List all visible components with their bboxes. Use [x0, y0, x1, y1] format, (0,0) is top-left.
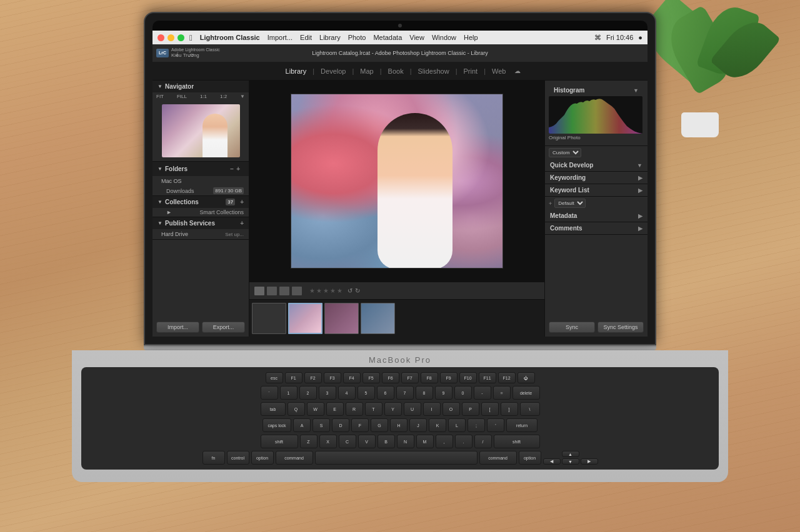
navigator-header[interactable]: ▼ Navigator	[152, 81, 249, 92]
key-f1[interactable]: F1	[285, 372, 302, 383]
maximize-button[interactable]	[178, 34, 184, 41]
smart-collections-item[interactable]: ► Smart Collections	[152, 208, 249, 217]
sync-settings-button[interactable]: Sync Settings	[598, 322, 644, 333]
filmstrip-thumb-3[interactable]	[324, 303, 359, 334]
module-library[interactable]: Library	[279, 62, 313, 80]
compare-view-btn[interactable]	[279, 287, 289, 295]
key-power[interactable]: ⏻	[518, 372, 535, 383]
zoom-fill[interactable]: FILL	[177, 94, 187, 99]
key-caps[interactable]: caps lock	[262, 418, 291, 432]
star-1[interactable]: ★	[309, 287, 315, 294]
module-map[interactable]: Map	[354, 62, 379, 80]
grid-view-btn[interactable]	[254, 287, 264, 295]
module-book[interactable]: Book	[382, 62, 410, 80]
keyword-list-header[interactable]: Keyword List ▶	[545, 184, 648, 196]
key-1[interactable]: 1	[280, 386, 298, 400]
file-menu[interactable]: Import...	[268, 34, 292, 41]
apple-menu-icon[interactable]: 	[189, 33, 192, 42]
folder-downloads[interactable]: Downloads 891 / 30 GB	[152, 186, 249, 195]
key-n[interactable]: N	[397, 435, 414, 448]
key-backtick[interactable]: `	[261, 386, 278, 400]
key-a[interactable]: A	[293, 418, 311, 432]
key-period[interactable]: .	[455, 435, 472, 448]
key-h[interactable]: H	[390, 418, 408, 432]
library-menu[interactable]: Library	[319, 34, 341, 41]
key-f10[interactable]: F10	[459, 372, 477, 383]
collections-header[interactable]: ▼ Collections 37 +	[152, 196, 249, 208]
view-menu[interactable]: View	[409, 34, 424, 41]
key-x[interactable]: X	[319, 435, 337, 448]
edit-menu[interactable]: Edit	[300, 34, 312, 41]
key-f8[interactable]: F8	[421, 372, 438, 383]
rotate-right-icon[interactable]: ↻	[355, 287, 360, 294]
key-s[interactable]: S	[312, 418, 330, 432]
key-j[interactable]: J	[409, 418, 427, 432]
filmstrip-thumb-2[interactable]	[288, 303, 322, 334]
key-m[interactable]: M	[416, 435, 434, 448]
zoom-1-1[interactable]: 1:1	[200, 94, 207, 99]
key-l[interactable]: L	[448, 418, 466, 432]
key-f3[interactable]: F3	[324, 372, 341, 383]
key-t[interactable]: T	[365, 402, 382, 416]
photo-menu[interactable]: Photo	[348, 34, 366, 41]
close-button[interactable]	[158, 34, 164, 41]
star-3[interactable]: ★	[323, 287, 329, 294]
help-menu[interactable]: Help	[464, 34, 478, 41]
hard-drive-item[interactable]: Hard Drive Set up...	[152, 229, 249, 239]
key-command-right[interactable]: command	[479, 451, 517, 465]
keywording-header[interactable]: Keywording ▶	[545, 172, 648, 184]
key-command-left[interactable]: command	[276, 451, 313, 465]
key-backslash[interactable]: \	[520, 402, 540, 416]
key-f5[interactable]: F5	[362, 372, 380, 383]
folder-plus-btn[interactable]: +	[236, 165, 240, 172]
key-option[interactable]: option	[251, 451, 274, 465]
publish-header[interactable]: ▼ Publish Services +	[152, 217, 249, 229]
key-9[interactable]: 9	[435, 386, 452, 400]
zoom-1-2[interactable]: 1:2	[220, 94, 227, 99]
key-6[interactable]: 6	[377, 386, 394, 400]
import-button[interactable]: Import...	[156, 322, 199, 333]
key-f11[interactable]: F11	[479, 372, 496, 383]
key-f6[interactable]: F6	[382, 372, 399, 383]
key-g[interactable]: G	[371, 418, 388, 432]
default-select[interactable]: Default	[554, 199, 586, 208]
key-0[interactable]: 0	[454, 386, 472, 400]
key-f7[interactable]: F7	[401, 372, 419, 383]
window-menu[interactable]: Window	[432, 34, 456, 41]
folders-header[interactable]: ▼ Folders − +	[152, 162, 249, 176]
key-b[interactable]: B	[378, 435, 395, 448]
key-r[interactable]: R	[346, 402, 363, 416]
key-f9[interactable]: F9	[440, 372, 458, 383]
key-8[interactable]: 8	[416, 386, 433, 400]
folder-macos[interactable]: Mac OS	[152, 176, 249, 186]
key-equals[interactable]: =	[493, 386, 511, 400]
zoom-arrow[interactable]: ▼	[240, 94, 245, 99]
export-button[interactable]: Export...	[202, 322, 245, 333]
key-slash[interactable]: /	[474, 435, 492, 448]
key-z[interactable]: Z	[300, 435, 318, 448]
key-rbracket[interactable]: ]	[501, 402, 518, 416]
key-delete[interactable]: delete	[512, 386, 540, 400]
filmstrip-thumb-4[interactable]	[361, 303, 395, 334]
star-2[interactable]: ★	[316, 287, 322, 294]
key-y[interactable]: Y	[384, 402, 402, 416]
histogram-header[interactable]: Histogram ▼	[549, 84, 644, 96]
comments-header[interactable]: Comments ▶	[545, 222, 648, 234]
key-w[interactable]: W	[307, 402, 324, 416]
key-option-right[interactable]: option	[519, 451, 541, 465]
star-rating[interactable]: ★ ★ ★ ★ ★	[309, 287, 342, 294]
key-5[interactable]: 5	[358, 386, 375, 400]
survey-view-btn[interactable]	[292, 287, 302, 295]
folder-minus-btn[interactable]: −	[230, 165, 234, 172]
key-shift-left[interactable]: shift	[261, 435, 298, 448]
hard-drive-setup[interactable]: Set up...	[225, 232, 244, 237]
module-web[interactable]: Web	[486, 62, 512, 80]
key-7[interactable]: 7	[396, 386, 414, 400]
key-quote[interactable]: '	[487, 418, 504, 432]
key-v[interactable]: V	[358, 435, 376, 448]
collections-plus-btn[interactable]: +	[240, 199, 244, 205]
key-3[interactable]: 3	[319, 386, 336, 400]
app-name-menu[interactable]: Lightroom Classic	[200, 34, 260, 41]
key-o[interactable]: O	[442, 402, 460, 416]
key-c[interactable]: C	[339, 435, 356, 448]
